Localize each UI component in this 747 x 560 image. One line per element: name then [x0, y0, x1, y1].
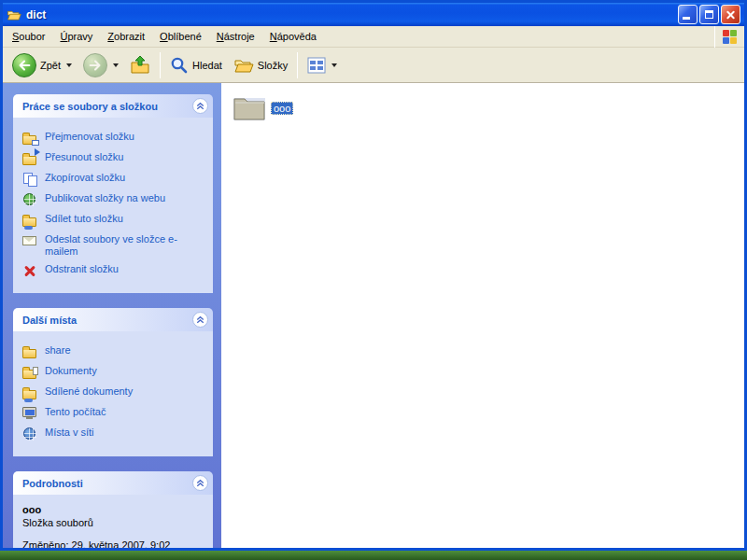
toolbar-separator-2: [297, 52, 298, 78]
move-folder-icon: [22, 151, 38, 166]
copy-folder-icon: [22, 172, 38, 187]
back-button[interactable]: Zpět: [7, 49, 78, 81]
places-panel-title: Další místa: [22, 315, 77, 326]
forward-dropdown-icon: [113, 63, 119, 67]
maximize-icon: [705, 10, 713, 19]
tasks-panel-title: Práce se soubory a složkou: [22, 101, 158, 112]
close-button[interactable]: [721, 5, 740, 24]
task-move-folder[interactable]: Přesunout složku: [22, 151, 207, 166]
toolbar: Zpět Hledat: [3, 48, 744, 83]
task-publish-folder[interactable]: Publikovat složky na webu: [22, 192, 207, 207]
menu-favorites[interactable]: Oblíbené: [152, 28, 209, 45]
place-shared-documents[interactable]: Sdílené dokumenty: [22, 385, 207, 400]
menu-bar: Soubor Úpravy Zobrazit Oblíbené Nástroje…: [3, 26, 744, 48]
task-delete-folder[interactable]: Odstranit složku: [22, 263, 207, 278]
explorer-window: dict Soubor Úpravy Zobrazit Oblíbené Nás…: [0, 0, 747, 551]
task-rename-folder[interactable]: Přejmenovat složku: [22, 131, 207, 146]
file-list-area[interactable]: ooo: [221, 83, 744, 548]
views-icon: [307, 57, 326, 74]
collapse-chevron-icon[interactable]: [192, 98, 208, 114]
task-pane: Práce se soubory a složkou Přejmenovat s…: [3, 83, 221, 548]
folders-icon: [233, 56, 254, 75]
menu-file[interactable]: Soubor: [5, 28, 52, 45]
details-panel: Podrobnosti ooo Složka souborů Změněno: …: [13, 471, 213, 548]
details-folder-name: ooo: [22, 504, 207, 515]
menu-help[interactable]: Nápověda: [262, 28, 324, 45]
email-icon: [22, 233, 38, 248]
share-folder-icon: [22, 213, 38, 228]
folder-item-label: ooo: [271, 102, 293, 115]
windows-logo-icon: [723, 30, 737, 44]
back-dropdown-icon: [66, 63, 72, 67]
places-panel-body: share Dokumenty Sdílené dokumenty Tento …: [13, 331, 213, 456]
computer-icon: [22, 406, 38, 421]
search-icon: [170, 56, 189, 75]
window-content: Práce se soubory a složkou Přejmenovat s…: [3, 83, 744, 548]
menu-view[interactable]: Zobrazit: [100, 28, 152, 45]
place-share[interactable]: share: [22, 344, 207, 359]
tasks-panel-header[interactable]: Práce se soubory a složkou: [13, 94, 213, 118]
tasks-panel-body: Přejmenovat složku Přesunout složku Zkop…: [13, 118, 213, 293]
maximize-button[interactable]: [699, 5, 719, 24]
folders-button[interactable]: Složky: [228, 52, 293, 78]
menu-tools[interactable]: Nástroje: [209, 28, 262, 45]
task-copy-folder[interactable]: Zkopírovat složku: [22, 172, 207, 187]
places-panel-header[interactable]: Další místa: [13, 308, 213, 331]
folder-icon: [22, 344, 38, 359]
desktop-background: [0, 551, 747, 560]
views-button[interactable]: [302, 53, 343, 77]
search-button[interactable]: Hledat: [164, 52, 228, 78]
forward-button[interactable]: [78, 49, 124, 81]
shared-documents-icon: [22, 385, 38, 400]
forward-icon: [83, 53, 107, 77]
menu-edit[interactable]: Úpravy: [52, 28, 100, 45]
toolbar-separator: [160, 52, 161, 78]
rename-folder-icon: [22, 131, 38, 146]
back-icon: [12, 53, 36, 77]
details-panel-title: Podrobnosti: [22, 478, 83, 489]
place-my-computer[interactable]: Tento počítač: [22, 406, 207, 421]
delete-icon: [22, 263, 38, 278]
publish-web-icon: [22, 192, 38, 207]
titlebar[interactable]: dict: [3, 3, 744, 26]
views-dropdown-icon: [331, 63, 337, 67]
back-label: Zpět: [40, 60, 61, 71]
collapse-chevron-icon[interactable]: [192, 312, 208, 328]
task-email-files[interactable]: Odeslat soubory ve složce e-mailem: [22, 233, 207, 258]
folder-item-ooo[interactable]: ooo: [233, 94, 293, 122]
other-places-panel: Další místa share Dokumenty: [13, 308, 213, 456]
place-documents[interactable]: Dokumenty: [22, 365, 207, 380]
minimize-icon: [683, 17, 690, 20]
close-icon: [726, 9, 736, 20]
details-panel-header[interactable]: Podrobnosti: [13, 471, 213, 495]
details-folder-type: Složka souborů: [22, 517, 207, 528]
up-button[interactable]: [124, 51, 156, 79]
file-folder-tasks-panel: Práce se soubory a složkou Přejmenovat s…: [13, 94, 213, 293]
up-folder-icon: [130, 55, 150, 76]
window-title: dict: [26, 8, 676, 21]
documents-folder-icon: [22, 365, 38, 380]
menu-separator: [714, 26, 715, 48]
window-folder-icon: [7, 7, 21, 22]
network-places-icon: [22, 427, 38, 441]
details-modified: Změněno: 29. května 2007, 9:02: [22, 539, 207, 548]
large-folder-icon: [233, 94, 266, 122]
task-share-folder[interactable]: Sdílet tuto složku: [22, 213, 207, 228]
search-label: Hledat: [192, 60, 222, 71]
collapse-chevron-icon[interactable]: [192, 475, 208, 491]
details-panel-body: ooo Složka souborů Změněno: 29. května 2…: [13, 495, 213, 548]
folders-label: Složky: [258, 60, 288, 71]
minimize-button[interactable]: [678, 5, 698, 24]
place-network[interactable]: Místa v síti: [22, 427, 207, 441]
